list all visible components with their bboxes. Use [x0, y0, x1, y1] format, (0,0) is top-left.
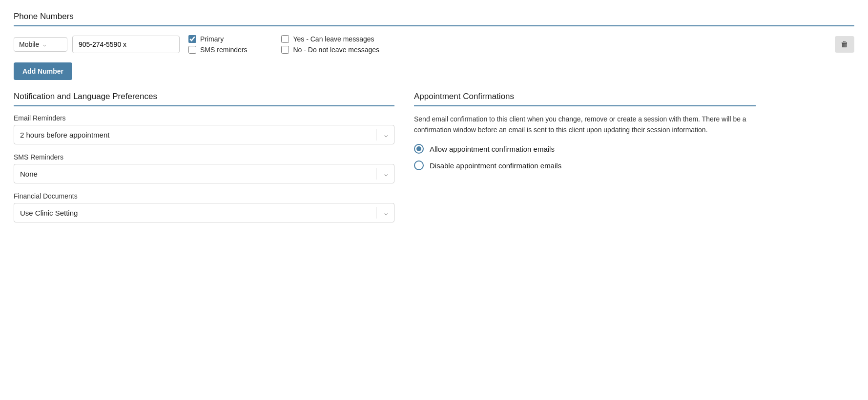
sms-reminders-select[interactable]: None 1 hour before appointment 2 hours b…: [14, 166, 374, 182]
two-col-section: Notification and Language Preferences Em…: [14, 92, 854, 231]
financial-documents-select[interactable]: Use Clinic Setting Email Print Do Not Se…: [14, 205, 374, 221]
financial-documents-divider: [376, 207, 376, 219]
disable-confirmation-option[interactable]: Disable appointment confirmation emails: [414, 160, 756, 170]
primary-checkbox[interactable]: [188, 35, 196, 43]
email-reminders-select[interactable]: None 1 hour before appointment 2 hours b…: [14, 127, 374, 143]
sms-reminders-chevron-icon: ⌵: [378, 170, 394, 178]
sms-reminders-divider: [376, 168, 376, 180]
can-leave-messages-checkbox[interactable]: [281, 35, 289, 43]
do-not-leave-messages-checkbox[interactable]: [281, 46, 289, 54]
allow-radio-circle[interactable]: [414, 144, 424, 154]
email-reminders-chevron-icon: ⌵: [378, 131, 394, 139]
phone-numbers-section: Phone Numbers Mobile ⌵ Primary SMS remin…: [14, 12, 854, 92]
do-not-leave-messages-text: No - Do not leave messages: [293, 46, 379, 54]
confirmations-description: Send email confirmation to this client w…: [414, 114, 756, 135]
confirmation-radio-group: Allow appointment confirmation emails Di…: [414, 144, 756, 170]
notifications-section: Notification and Language Preferences Em…: [14, 92, 394, 231]
allow-confirmation-option[interactable]: Allow appointment confirmation emails: [414, 144, 756, 154]
phone-type-select[interactable]: Mobile ⌵: [14, 37, 67, 52]
confirmations-title: Appointment Confirmations: [414, 92, 756, 106]
financial-documents-label: Financial Documents: [14, 192, 394, 200]
disable-confirmation-label: Disable appointment confirmation emails: [430, 161, 561, 170]
sms-reminders-checkbox[interactable]: [188, 46, 196, 54]
financial-documents-select-wrapper: Use Clinic Setting Email Print Do Not Se…: [14, 203, 394, 222]
primary-checkbox-label[interactable]: Primary: [188, 35, 247, 43]
primary-label: Primary: [200, 35, 224, 43]
trash-icon: 🗑: [841, 40, 848, 48]
phone-type-value: Mobile: [19, 40, 39, 48]
notifications-title: Notification and Language Preferences: [14, 92, 394, 106]
phone-number-input[interactable]: [72, 36, 180, 53]
allow-confirmation-label: Allow appointment confirmation emails: [430, 145, 555, 153]
email-reminders-label: Email Reminders: [14, 114, 394, 122]
sms-reminders-label: SMS Reminders: [14, 153, 394, 161]
phone-type-chevron-icon: ⌵: [43, 41, 62, 48]
email-reminders-select-wrapper: None 1 hour before appointment 2 hours b…: [14, 125, 394, 144]
add-number-button[interactable]: Add Number: [14, 62, 72, 80]
delete-phone-button[interactable]: 🗑: [835, 36, 854, 53]
phone-row: Mobile ⌵ Primary SMS reminders Yes - Can…: [14, 35, 854, 54]
sms-reminders-checkbox-label[interactable]: SMS reminders: [188, 46, 247, 54]
sms-reminders-select-wrapper: None 1 hour before appointment 2 hours b…: [14, 164, 394, 183]
messages-group: Yes - Can leave messages No - Do not lea…: [281, 35, 379, 54]
can-leave-messages-label[interactable]: Yes - Can leave messages: [281, 35, 379, 43]
sms-reminders-label: SMS reminders: [200, 46, 247, 54]
phone-numbers-title: Phone Numbers: [14, 12, 854, 26]
disable-radio-circle[interactable]: [414, 160, 424, 170]
email-reminders-divider: [376, 129, 376, 140]
do-not-leave-messages-label[interactable]: No - Do not leave messages: [281, 46, 379, 54]
financial-documents-chevron-icon: ⌵: [378, 209, 394, 217]
can-leave-messages-text: Yes - Can leave messages: [293, 35, 374, 43]
confirmations-section: Appointment Confirmations Send email con…: [414, 92, 756, 170]
primary-sms-group: Primary SMS reminders: [188, 35, 247, 54]
add-number-label: Add Number: [22, 67, 63, 75]
